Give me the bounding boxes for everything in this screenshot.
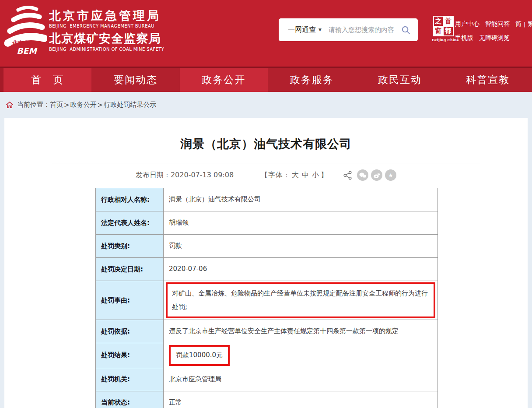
font-size-large[interactable]: 大: [292, 171, 299, 179]
table-row: 处罚机关: 北京市应急管理局: [96, 368, 438, 391]
breadcrumb-home[interactable]: 首页: [50, 101, 63, 109]
row-label: 行政相对人名称:: [96, 188, 164, 211]
publish-date: 发布日期：2020-07-13 09:08: [136, 171, 234, 180]
star-glyph: ★: [388, 172, 393, 178]
main-nav: 首 页 要闻动态 政务公开 政务服务 政民互动 科普宣教: [0, 67, 532, 92]
table-row: 法定代表人姓名: 胡瑞领: [96, 211, 438, 235]
seal-caption: Beijing-China: [432, 38, 455, 42]
row-label: 法定代表人姓名:: [96, 211, 164, 235]
search-input[interactable]: [322, 26, 401, 34]
chevron-down-icon: ▼: [318, 28, 322, 32]
title-divider: [52, 163, 480, 163]
org1-title-en: BEIJING EMERGENCY MANAGEMENT BUREAU: [49, 24, 164, 28]
row-label: 处罚决定日期:: [96, 258, 164, 281]
link-smart-qa[interactable]: 智能问答: [485, 20, 510, 28]
nav-item-news[interactable]: 要闻动态: [91, 68, 179, 92]
bureau-logo[interactable]: 北京应急 BEM: [3, 3, 47, 58]
seal-char-br: 都: [444, 27, 453, 36]
share-icon[interactable]: [343, 171, 352, 180]
link-accessibility[interactable]: 无障碍浏览: [479, 34, 510, 42]
row-value: 对矿山、金属冶炼、危险物品的生产经营单位未按照规定配备注册安全工程师的行为进行处…: [164, 281, 438, 320]
font-size-medium[interactable]: 中: [302, 171, 309, 179]
breadcrumb-prefix: 当前位置：: [17, 101, 50, 109]
seal-char-tr: 首: [444, 17, 453, 26]
penalty-table: 行政相对人名称: 润景（北京）油气技术有限公司 法定代表人姓名: 胡瑞领 处罚类…: [95, 188, 438, 408]
highlight-box: 对矿山、金属冶炼、危险物品的生产经营单位未按照规定配备注册安全工程师的行为进行处…: [166, 282, 435, 318]
org1-title-zh: 北京市应急管理局: [49, 10, 164, 22]
seal-char-tl: 之: [434, 17, 443, 26]
nav-item-interaction[interactable]: 政民互动: [356, 68, 444, 92]
article-card: 润景（北京）油气技术有限公司 发布日期：2020-07-13 09:08 【字体…: [4, 118, 528, 408]
nav-item-gov-disclosure[interactable]: 政务公开: [180, 68, 268, 92]
breadcrumb-current: 行政处罚结果公示: [104, 101, 156, 109]
row-label: 当前状态:: [96, 391, 164, 408]
row-value: 润景（北京）油气技术有限公司: [164, 188, 438, 211]
breadcrumb: 当前位置： 首页 > 政务公开 > 行政处罚结果公示: [0, 92, 532, 118]
lang-divider: |: [524, 21, 525, 28]
link-lang-simplified[interactable]: 简: [515, 20, 522, 28]
table-row: 行政相对人名称: 润景（北京）油气技术有限公司: [96, 188, 438, 211]
row-value: 北京市应急管理局: [164, 368, 438, 391]
wechat-share-icon[interactable]: [357, 169, 368, 181]
row-value: 2020-07-06: [164, 258, 438, 281]
emblem-zh-text: 北京应急: [11, 40, 34, 46]
font-size-small[interactable]: 小: [312, 171, 319, 179]
nav-item-home[interactable]: 首 页: [4, 68, 91, 92]
table-row: 当前状态: 正常: [96, 391, 438, 408]
link-lang-traditional[interactable]: 繁: [528, 20, 532, 28]
capital-window-logo[interactable]: 之 首 窗 都 Beijing-China: [432, 16, 455, 42]
site-header: 北京应急 BEM 北京市应急管理局 BEIJING EMERGENCY MANA…: [0, 0, 532, 67]
row-value: 胡瑞领: [164, 211, 438, 235]
capital-window-seal-icon: 之 首 窗 都: [433, 16, 454, 36]
table-row: 处罚决定日期: 2020-07-06: [96, 258, 438, 281]
breadcrumb-gov-disclosure[interactable]: 政务公开: [70, 101, 97, 109]
org2-title-zh: 北京煤矿安全监察局: [49, 32, 164, 45]
row-value: 罚款10000.0元: [164, 343, 438, 368]
font-size-prefix: 【字体：: [261, 171, 290, 179]
row-label: 处罚机关:: [96, 368, 164, 391]
breadcrumb-separator: >: [64, 101, 70, 109]
breadcrumb-separator: >: [98, 101, 103, 109]
table-row: 处罚结果: 罚款10000.0元: [96, 343, 438, 368]
page-title: 润景（北京）油气技术有限公司: [4, 136, 528, 152]
row-value: 违反了北京市生产经营单位安全生产主体责任规定第十四条第一款第一项的规定: [164, 320, 438, 343]
weibo-share-icon[interactable]: [371, 169, 382, 181]
seal-char-bl: 窗: [434, 27, 443, 36]
row-value: 罚款: [164, 235, 438, 258]
favorite-star-icon[interactable]: ★: [385, 169, 396, 181]
search-icon[interactable]: [401, 25, 411, 35]
row-label: 处罚结果:: [96, 343, 164, 368]
nav-item-gov-services[interactable]: 政务服务: [268, 68, 356, 92]
link-user-center[interactable]: 用户中心: [455, 20, 480, 28]
search-category-dropdown[interactable]: 一网通查 ▼: [279, 25, 322, 35]
emblem-en-text: BEM: [17, 46, 38, 56]
row-value: 正常: [164, 391, 438, 408]
article-meta: 发布日期：2020-07-13 09:08 【字体：大中小】: [4, 169, 528, 181]
site-search: 一网通查 ▼: [279, 18, 418, 41]
row-label: 处罚事由:: [96, 281, 164, 320]
org2-title-en: BEIJING ADMINISTRATION OF COAL MINE SAFE…: [49, 47, 164, 52]
row-label: 处罚依据:: [96, 320, 164, 343]
bem-emblem-icon: 北京应急 BEM: [3, 3, 47, 56]
header-links: 用户中心 智能问答 简 | 繁 手机版 无障碍浏览: [455, 20, 532, 48]
table-row: 处罚依据: 违反了北京市生产经营单位安全生产主体责任规定第十四条第一款第一项的规…: [96, 320, 438, 343]
table-row: 处罚类别: 罚款: [96, 235, 438, 258]
link-mobile-version[interactable]: 手机版: [455, 34, 473, 42]
nav-spacer: [0, 68, 4, 92]
row-label: 处罚类别:: [96, 235, 164, 258]
highlight-box: 罚款10000.0元: [169, 345, 230, 366]
nav-item-science-edu[interactable]: 科普宣教: [444, 68, 532, 92]
table-row: 处罚事由: 对矿山、金属冶炼、危险物品的生产经营单位未按照规定配备注册安全工程师…: [96, 281, 438, 320]
font-size-suffix: 】: [321, 171, 328, 179]
share-toolbar: ★: [343, 169, 396, 181]
penalty-table-body: 行政相对人名称: 润景（北京）油气技术有限公司 法定代表人姓名: 胡瑞领 处罚类…: [96, 188, 438, 408]
search-category-label: 一网通查: [288, 25, 316, 35]
font-size-control: 【字体：大中小】: [261, 171, 328, 180]
org-titles: 北京市应急管理局 BEIJING EMERGENCY MANAGEMENT BU…: [49, 10, 164, 52]
home-icon: [6, 101, 14, 109]
